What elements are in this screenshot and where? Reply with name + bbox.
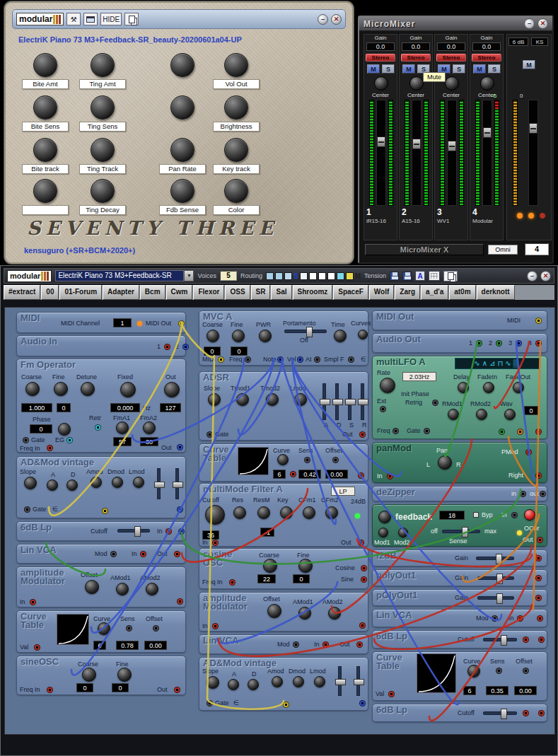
jack-k[interactable] [540, 491, 546, 497]
knob[interactable] [24, 477, 37, 489]
knob[interactable] [378, 528, 388, 537]
jack-k[interactable] [520, 491, 526, 497]
patch-copy-icon[interactable] [443, 271, 458, 281]
pan-knob[interactable] [409, 76, 424, 91]
jack-b[interactable] [178, 528, 185, 535]
knob[interactable] [236, 393, 249, 406]
knob[interactable] [66, 479, 78, 491]
knob[interactable] [272, 676, 283, 687]
jack-r[interactable] [538, 636, 545, 643]
piano-knob-ting-sens[interactable] [91, 95, 115, 120]
v-slider[interactable] [175, 468, 179, 499]
jack-r[interactable] [290, 471, 296, 477]
routing-cell[interactable] [337, 272, 344, 280]
jack-y[interactable] [102, 508, 108, 514]
value-0-00[interactable]: 0.00 [325, 470, 348, 479]
jack-r[interactable] [535, 575, 542, 581]
knob[interactable] [133, 477, 144, 488]
jack-k[interactable] [511, 512, 518, 518]
knob[interactable] [82, 668, 96, 682]
jack-r[interactable] [212, 540, 219, 546]
piano-knob-ting-amt[interactable] [91, 53, 115, 77]
solo-button[interactable]: S [453, 64, 465, 74]
pan-knob[interactable] [445, 76, 459, 91]
knob[interactable] [334, 330, 347, 342]
tab-adapter[interactable]: Adapter [103, 285, 139, 300]
solo-button[interactable]: S [488, 64, 501, 74]
mixer-x-button[interactable]: MicroMixer X [365, 244, 484, 255]
h-slider[interactable] [442, 530, 480, 533]
knob[interactable] [476, 409, 487, 420]
v-slider[interactable] [322, 383, 326, 420]
minimize-button[interactable]: – [318, 14, 328, 25]
value-0-00[interactable]: 0.00 [144, 641, 167, 650]
jack-r[interactable] [229, 579, 236, 586]
knob[interactable] [448, 409, 459, 420]
jack-y[interactable] [218, 356, 224, 363]
jack-r[interactable] [523, 710, 529, 716]
v-slider[interactable] [338, 666, 342, 696]
value-0-35[interactable]: 0.35 [486, 686, 508, 695]
knob[interactable] [380, 378, 395, 393]
pan-knob[interactable] [480, 76, 494, 91]
fader-thumb[interactable] [448, 141, 456, 151]
knob[interactable] [277, 454, 289, 465]
jack-r[interactable] [537, 615, 543, 622]
save-icon[interactable] [390, 272, 399, 281]
tab-01-forum[interactable]: 01-Forum [59, 285, 102, 300]
tab-at0m[interactable]: at0m [449, 285, 475, 300]
jack-r[interactable] [525, 449, 532, 455]
value-0[interactable]: 0 [231, 347, 248, 356]
voices-value[interactable]: 5 [220, 271, 237, 281]
jack-r[interactable] [30, 599, 36, 605]
knob[interactable] [328, 607, 341, 620]
hide-button[interactable]: HIDE [100, 13, 122, 25]
knob[interactable] [303, 506, 315, 519]
channel-fader[interactable] [482, 100, 492, 206]
knob[interactable] [524, 509, 535, 521]
value-22[interactable]: 22 [257, 574, 276, 583]
jack-r[interactable] [359, 431, 366, 438]
tab-00[interactable]: 00 [41, 285, 59, 300]
jack-c[interactable] [66, 437, 73, 443]
jack-r[interactable] [358, 540, 364, 546]
knob[interactable] [504, 409, 516, 420]
mute-button[interactable]: M [473, 64, 486, 74]
knob[interactable] [54, 382, 68, 396]
piano-knob-r1c2[interactable] [170, 95, 194, 120]
annotation-icon[interactable]: A [415, 271, 425, 281]
piano-knob-pan-rate[interactable] [170, 138, 194, 162]
jack-k[interactable] [23, 437, 29, 443]
value-6[interactable]: 6 [463, 686, 476, 695]
stereo-button[interactable]: Stereo [436, 54, 466, 62]
gain-value[interactable]: 0.0 [402, 42, 430, 51]
checkbox[interactable] [473, 512, 479, 518]
jack-b[interactable] [516, 340, 522, 347]
stereo-button[interactable]: Stereo [472, 54, 501, 62]
preset-dropdown-arrow[interactable]: ▼ [184, 270, 194, 281]
piano-knob-ting-decay[interactable] [91, 179, 115, 203]
jack-y[interactable] [283, 702, 289, 708]
piano-knob-bite-amt[interactable] [33, 53, 57, 77]
knob[interactable] [120, 382, 136, 397]
knob[interactable] [314, 676, 325, 687]
jack-r[interactable] [361, 576, 367, 583]
knob[interactable] [298, 607, 311, 620]
channel-fader[interactable] [447, 100, 457, 206]
knob[interactable] [232, 330, 245, 342]
knob[interactable] [483, 382, 494, 393]
jack-r[interactable] [535, 340, 542, 347]
jack-k[interactable] [432, 400, 438, 406]
jack-r[interactable] [535, 429, 542, 435]
jack-k[interactable] [293, 641, 299, 648]
close-button[interactable]: ✕ [331, 14, 342, 25]
piano-knob-ting-track[interactable] [91, 138, 115, 162]
knob[interactable] [259, 330, 272, 342]
master-mute-button[interactable]: M [523, 60, 535, 69]
tab-oss[interactable]: OSS [225, 285, 250, 300]
value-6[interactable]: 6 [93, 641, 106, 650]
solo-button[interactable]: S [382, 64, 395, 74]
knob[interactable] [164, 382, 180, 397]
jack-y[interactable] [178, 320, 185, 327]
jack-k[interactable] [380, 406, 386, 412]
